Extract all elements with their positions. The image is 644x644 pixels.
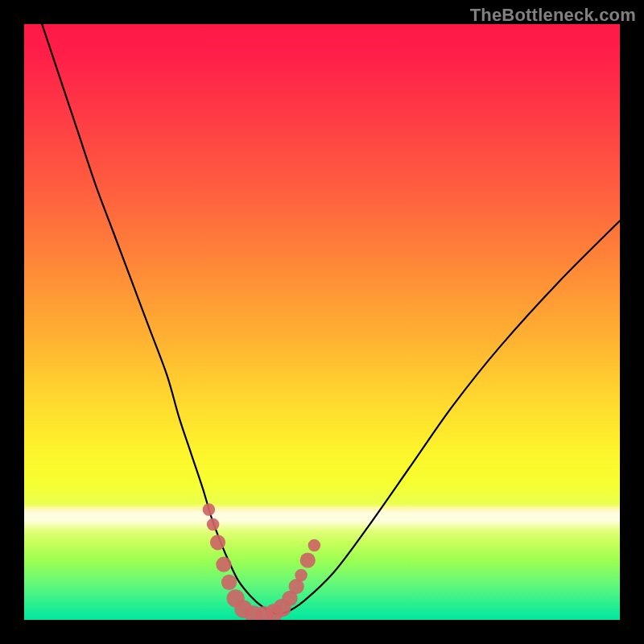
valley-marker xyxy=(203,503,216,516)
valley-marker xyxy=(295,569,308,582)
bottleneck-curve xyxy=(42,24,620,614)
valley-marker xyxy=(207,518,220,531)
valley-marker xyxy=(216,557,231,572)
curve-layer xyxy=(24,24,620,620)
attribution-text: TheBottleneck.com xyxy=(470,5,636,26)
valley-marker xyxy=(300,552,316,568)
bottleneck-curve-path xyxy=(42,24,620,614)
plot-area xyxy=(24,24,620,620)
valley-marker xyxy=(221,575,237,590)
valley-marker xyxy=(308,539,321,552)
figure-root: TheBottleneck.com xyxy=(0,0,644,644)
valley-marker xyxy=(210,535,225,550)
